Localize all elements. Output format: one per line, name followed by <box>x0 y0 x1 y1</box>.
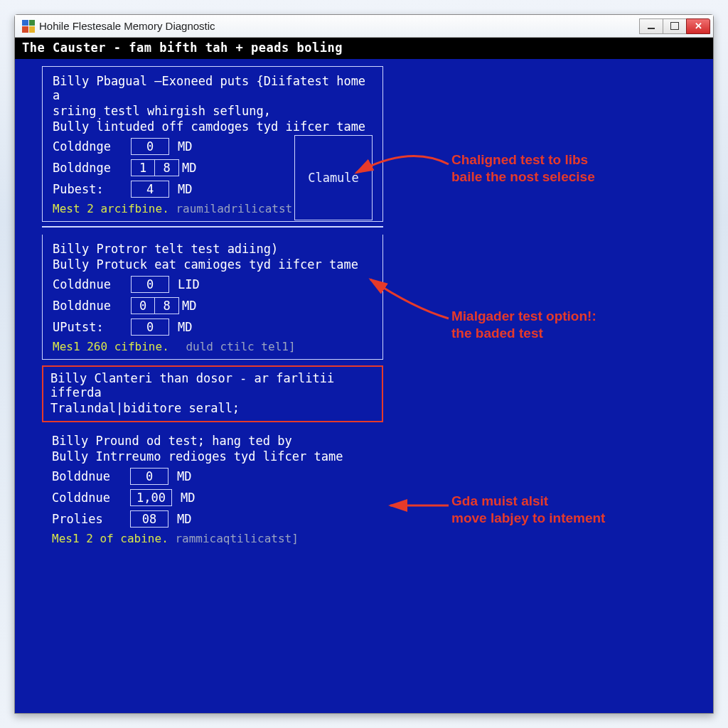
panel3-row3: Prolies 08 MD <box>52 510 373 528</box>
field-label: Colddnue <box>53 277 131 291</box>
test-panel-3: Billy Pround od test; hang ted by Bully … <box>42 427 383 551</box>
panel2-line1: Billy Protror telt test adiing) <box>53 242 373 256</box>
field-unit: LID <box>178 277 200 291</box>
field-value[interactable]: 1,00 <box>130 489 172 506</box>
field-label: Colddnue <box>52 491 130 505</box>
field-label: Prolies <box>52 512 130 526</box>
test-panel-2: Billy Protror telt test adiing) Bully Pr… <box>42 235 383 360</box>
annotation-2: Mialgader test option!: the baded test <box>451 308 596 342</box>
field-unit: MD <box>182 161 196 175</box>
field-value[interactable]: 0 <box>130 468 168 485</box>
status-text-b: rammicaqtilicatst] <box>175 532 298 545</box>
annotation-3: Gda muist alsit move labjey to intement <box>451 493 605 527</box>
field-value-b[interactable]: 8 <box>155 297 179 314</box>
clamule-button[interactable]: Clamule <box>294 135 373 220</box>
panel2-row1: Colddnue 0 LID <box>53 276 373 293</box>
minimize-button[interactable] <box>639 18 663 34</box>
panel3-line3: Bully Intrreumo redioges tyd lifcer tame <box>52 449 373 464</box>
field-value[interactable]: 0 <box>131 138 169 155</box>
highlighted-panel: Billy Clanteri than dosor - ar farlitii … <box>42 365 383 422</box>
annotation-3-line1: Gda muist alsit <box>451 493 605 510</box>
panel3-status: Mes1 2 of cabine. rammicaqtilicatst] <box>52 532 373 545</box>
panel1-line1: Billy Pbagual –Exoneed puts {Diifatest h… <box>53 74 373 102</box>
field-label: Bolddnue <box>52 469 130 483</box>
titlebar[interactable]: Hohile Flestesale Memory Diagnostic <box>15 15 713 38</box>
panel1-line3: Bully l̇intuded off camdoges tyd iifcer … <box>53 119 373 134</box>
field-unit: MD <box>178 139 192 154</box>
window-title: Hohile Flestesale Memory Diagnostic <box>39 20 640 32</box>
field-value-a[interactable]: 0 <box>131 297 155 314</box>
field-label: Pubest: <box>53 182 131 196</box>
panel1-line2: sriing testl whirgish seflung, <box>53 104 373 118</box>
annotation-2-line1: Mialgader test option!: <box>451 308 596 325</box>
field-value[interactable]: 08 <box>130 510 168 528</box>
field-label: Colddnge <box>53 139 131 154</box>
panel3-row2: Colddnue 1,00 MD <box>52 489 373 506</box>
window-controls <box>640 18 710 34</box>
field-value[interactable]: 4 <box>131 181 169 198</box>
field-unit: MD <box>182 299 196 313</box>
annotation-1: Chaligned test to libs baile the nost se… <box>451 151 595 186</box>
close-button[interactable] <box>686 18 710 34</box>
annotation-1-line1: Chaligned test to libs <box>451 151 595 168</box>
annotation-3-line2: move labjey to intement <box>451 510 605 527</box>
panel2-row3: UPutst: 0 MD <box>53 318 373 336</box>
test-panel-1: Billy Pbagual –Exoneed puts {Diifatest h… <box>42 66 383 222</box>
status-text-a: Mest 2 arcifbine. <box>53 202 169 215</box>
diagnostic-screen: The Causter - fam bifth tah + peads boli… <box>15 38 713 713</box>
status-text-a: Mes1 2 of cabine. <box>52 532 168 545</box>
annotation-1-line2: baile the nost selecise <box>451 168 595 186</box>
windows-icon <box>22 20 35 33</box>
field-label: Bolddnge <box>53 161 131 175</box>
field-unit: MD <box>177 512 191 526</box>
divider <box>42 226 383 228</box>
field-value[interactable]: 0 <box>131 318 169 336</box>
panel2-line3: Bully Protuck eat camioges tyd iifcer ta… <box>53 257 373 272</box>
field-unit: MD <box>177 469 191 483</box>
field-value-a[interactable]: 1 <box>131 159 155 176</box>
panel3-line1: Billy Pround od test; hang ted by <box>52 434 373 448</box>
annotation-2-line2: the baded test <box>451 325 596 342</box>
field-unit: MD <box>178 320 192 334</box>
header-status-bar: The Causter - fam bifth tah + peads boli… <box>15 38 713 59</box>
highlighted-line1: Billy Clanteri than dosor - ar farlitii … <box>50 371 375 400</box>
app-window: Hohile Flestesale Memory Diagnostic The … <box>14 14 714 714</box>
field-label: Bolddnue <box>53 299 131 313</box>
status-text-b: duld ctilc tel1] <box>186 340 295 353</box>
status-text-b: raumiladrilicatst <box>176 202 292 215</box>
panel2-row2: Bolddnue 0 8 MD <box>53 297 373 314</box>
field-label: UPutst: <box>53 320 131 334</box>
panel2-status: Mes1 260 cifbine. duld ctilc tel1] <box>53 340 373 353</box>
maximize-button[interactable] <box>663 18 687 34</box>
field-value[interactable]: 0 <box>131 276 169 293</box>
field-unit: MD <box>178 182 192 196</box>
status-text-a: Mes1 260 cifbine. <box>53 340 169 353</box>
field-value-b[interactable]: 8 <box>155 159 179 176</box>
panel3-row1: Bolddnue 0 MD <box>52 468 373 485</box>
field-unit: MD <box>181 491 195 505</box>
highlighted-line2: Tralındal|biditore serall; <box>50 401 375 415</box>
